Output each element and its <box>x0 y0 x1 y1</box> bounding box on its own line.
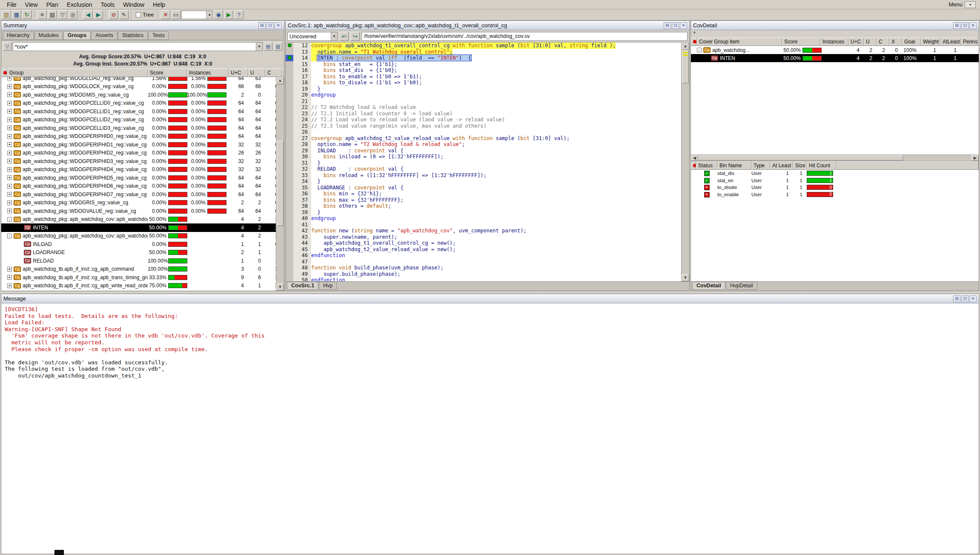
code-line-49[interactable]: 49 super.build_phase(phase); <box>286 271 681 278</box>
reload-icon[interactable]: ↻ <box>22 10 32 19</box>
edit-icon[interactable]: ▭ <box>171 10 181 19</box>
code-line-39[interactable]: 39 } <box>286 209 681 216</box>
scroll-down-icon[interactable]: ▼ <box>276 283 284 291</box>
tree-expander-icon[interactable]: + <box>7 126 12 130</box>
code-line-16[interactable]: 16 bins stat_dis = {1'b0}; <box>286 67 681 74</box>
tree-checkbox[interactable]: Tree <box>135 11 155 18</box>
filter-input[interactable] <box>13 43 256 50</box>
col-hit-count[interactable]: Hit Count <box>807 161 837 170</box>
close-icon[interactable]: ✕ <box>680 22 687 29</box>
covdetail-hscrollbar[interactable]: ◀ ▶ <box>691 154 979 161</box>
menu-dropdown-icon[interactable]: ▾ <box>965 1 976 8</box>
tree-expander-icon[interactable]: + <box>7 134 12 139</box>
col-instances[interactable]: Instances <box>187 69 229 77</box>
col-score[interactable]: Score <box>148 69 187 77</box>
code-line-47[interactable]: 47 <box>286 259 681 265</box>
scroll-down-icon[interactable]: ▼ <box>682 274 689 281</box>
coverage-filter-arrow-icon[interactable]: ▾ <box>331 32 337 40</box>
tree-expander-icon[interactable]: + <box>7 175 12 180</box>
tree-expander-icon[interactable]: + <box>7 159 12 163</box>
run-icon[interactable]: ▶ <box>224 10 233 19</box>
close-icon[interactable]: ✕ <box>275 22 282 29</box>
exclusion-icon[interactable]: ⊘ <box>109 10 118 19</box>
code-line-31[interactable]: 31 } <box>286 160 681 166</box>
code-line-14[interactable]: 14 INTEN : coverpoint val iff (field == … <box>286 55 681 61</box>
bin-row[interactable]: ✓stat_disUser111 <box>691 170 979 177</box>
tree-expander-icon[interactable]: + <box>7 192 12 197</box>
summary-row[interactable]: +Cgapb_watchdog_tb.apb_if_inst::cg_apb_w… <box>1 282 284 290</box>
code-line-23[interactable]: 23// T2.1 Initial load (counter 0 -> loa… <box>286 111 681 117</box>
tab-statistics[interactable]: Statistics <box>118 31 148 40</box>
code-line-17[interactable]: 17 bins to_enable = (1'b0 => 1'b1); <box>286 74 681 80</box>
col-status[interactable]: Status <box>696 161 717 170</box>
open-database-icon[interactable]: ▤ <box>2 10 11 19</box>
code-line-36[interactable]: 36 bins min = {32'h1}; <box>286 191 681 197</box>
code-line-29[interactable]: 29 INLOAD : coverpoint val { <box>286 148 681 154</box>
dock-icon[interactable]: ⊞ <box>953 295 960 302</box>
tree-expander-icon[interactable]: + <box>7 92 12 97</box>
tree-expander-icon[interactable]: - <box>697 48 702 52</box>
code-line-30[interactable]: 30 bins iniload = (0 => [1:32'hFFFFFFFF]… <box>286 154 681 160</box>
code-line-28[interactable]: 28 option.name = "T2 Watchdog load & rel… <box>286 141 681 148</box>
col-weight[interactable]: Weight <box>921 37 940 46</box>
dock-icon[interactable]: ⊞ <box>258 22 266 29</box>
col-instances[interactable]: Instances <box>820 37 848 46</box>
tab-groups[interactable]: Groups <box>63 31 91 40</box>
code-line-48[interactable]: 48function void build_phase(uvm_phase ph… <box>286 265 681 271</box>
code-line-43[interactable]: 43 super.new(name, parent); <box>286 234 681 240</box>
filter-funnel-icon[interactable]: ▽ <box>3 42 11 51</box>
scroll-right-icon[interactable]: ▶ <box>971 155 979 161</box>
covdetail-row[interactable]: CpINTEN50.00%4220100%11 <box>691 54 979 62</box>
col-perinst[interactable]: Perinst <box>961 37 978 46</box>
summary-row[interactable]: +Cgapb_watchdog_pkg::WDOGRIS_reg::value_… <box>1 199 284 207</box>
tree-expander-icon[interactable]: + <box>7 84 12 89</box>
col-at-least[interactable]: At Least <box>770 161 793 170</box>
col-type[interactable]: Type <box>751 161 770 170</box>
summary-row[interactable]: +Cgapb_watchdog_pkg::WDOGPERIPHID5_reg::… <box>1 174 284 182</box>
tab-covsrc-1[interactable]: CovSrc.1 <box>287 282 318 290</box>
tab-asserts[interactable]: Asserts <box>91 31 117 40</box>
summary-row[interactable]: +Cgapb_watchdog_pkg::WDOGLOCK_reg::value… <box>1 83 284 91</box>
covsrc-vscrollbar[interactable]: ▲ ▼ <box>681 43 689 281</box>
tree-expander-icon[interactable]: + <box>7 267 12 272</box>
code-line-25[interactable]: 25// T2.3 load value range(min value, ma… <box>286 123 681 129</box>
view-options-icon[interactable]: ▥ <box>274 42 282 51</box>
help-icon[interactable]: ? <box>234 10 244 19</box>
scroll-left-icon[interactable]: ◀ <box>691 155 698 161</box>
summary-row[interactable]: +Cgapb_watchdog_pkg::WDOGMIS_reg::value_… <box>1 91 284 99</box>
groups-view-icon[interactable]: ▧ <box>48 10 57 19</box>
code-line-41[interactable]: 41 <box>286 222 681 228</box>
summary-row[interactable]: +Cgapb_watchdog_pkg::WDOGPERIPHID1_reg::… <box>1 140 284 149</box>
annotate-icon[interactable]: ✎ <box>119 10 129 19</box>
bin-row[interactable]: ✕to_enableUser110 <box>691 191 979 198</box>
coverage-filter-combo[interactable]: Uncovered ▾ <box>287 32 338 41</box>
summary-row[interactable]: CpRELOAD100.00%101 <box>1 257 284 265</box>
maximize-icon[interactable]: ⊡ <box>672 22 679 29</box>
tab-hvp[interactable]: Hvp <box>319 282 337 290</box>
filter-combo-arrow-icon[interactable]: ▾ <box>256 43 262 51</box>
summary-row[interactable]: +Cgapb_watchdog_pkg::WDOGPERIPHID6_reg::… <box>1 182 284 191</box>
maximize-icon[interactable]: ⊡ <box>961 295 969 302</box>
covdetail-row[interactable]: -Cgapb_watchdog...50.00%4220100%11 <box>691 46 979 54</box>
menu-item-help[interactable]: Help <box>149 1 169 9</box>
col-size[interactable]: Size <box>793 161 807 170</box>
col-c[interactable]: C <box>265 69 282 77</box>
col-u-c[interactable]: U+C <box>848 37 864 46</box>
code-line-26[interactable]: 26 <box>286 129 681 135</box>
col-x[interactable]: X <box>889 37 902 46</box>
code-line-37[interactable]: 37 bins max = {32'hFFFFFFFF}; <box>286 197 681 203</box>
menu-item-plan[interactable]: Plan <box>42 1 63 9</box>
history-back-icon[interactable]: ↩ <box>339 32 349 41</box>
code-line-45[interactable]: 45 apb_watchdog_t2_value_reload_value = … <box>286 246 681 253</box>
back-icon[interactable]: ◀ <box>83 10 93 19</box>
tree-expander-icon[interactable]: + <box>7 275 12 280</box>
tree-expander-icon[interactable]: + <box>7 209 12 213</box>
tree-expander-icon[interactable]: + <box>7 200 12 205</box>
summary-row[interactable]: +Cgapb_watchdog_tb.apb_if_inst::cg_apb_t… <box>1 273 284 282</box>
delete-icon[interactable]: ✕ <box>161 10 170 19</box>
menu-item-file[interactable]: File <box>3 1 21 9</box>
code-line-21[interactable]: 21 <box>286 98 681 105</box>
code-line-44[interactable]: 44 apb_watchdog_t1_overall_control_cg = … <box>286 240 681 246</box>
tree-expander-icon[interactable]: + <box>7 77 12 80</box>
summary-row[interactable]: +Cgapb_watchdog_pkg::WDOGLOAD_reg::value… <box>1 77 284 83</box>
